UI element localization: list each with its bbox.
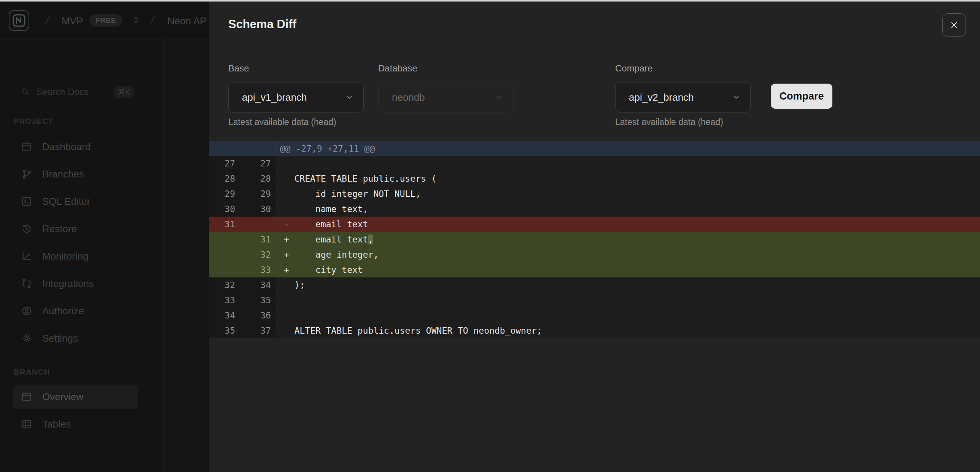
diff-lines: 2727 2828 CREATE TABLE public.users (292… — [209, 156, 980, 338]
dashboard-icon — [21, 141, 32, 152]
sidebar-item-branches[interactable]: Branches — [13, 162, 138, 186]
base-label: Base — [228, 63, 249, 74]
new-line-number: 34 — [238, 277, 277, 293]
new-line-number: 31 — [238, 232, 277, 247]
authorize-icon — [21, 305, 32, 317]
inline-diff-highlight: , — [368, 234, 374, 244]
sidebar-item-label: Restore — [42, 223, 77, 235]
sidebar-item-sql-editor[interactable]: SQL Editor — [13, 189, 138, 214]
chevron-down-icon — [732, 93, 740, 101]
diff-line: 2929 id integer NOT NULL, — [209, 186, 980, 201]
monitoring-icon — [21, 250, 32, 262]
new-line-number: 35 — [238, 293, 277, 308]
diff-line: 2727 — [209, 156, 980, 171]
database-select[interactable]: neondb — [378, 82, 514, 112]
sidebar-item-authorize[interactable]: Authorize — [13, 299, 138, 323]
sidebar-item-monitoring[interactable]: Monitoring — [13, 244, 138, 268]
compare-branch-value: api_v2_branch — [629, 92, 732, 103]
diff-line-code: CREATE TABLE public.users ( — [277, 171, 980, 186]
diff-line: 3234 ); — [209, 277, 980, 293]
diff-hunk-header: @@ -27,9 +27,11 @@ — [209, 141, 980, 156]
restore-icon — [21, 223, 32, 234]
base-branch-select[interactable]: api_v1_branch — [228, 82, 364, 112]
new-line-number: 32 — [238, 247, 277, 262]
database-value: neondb — [392, 92, 495, 103]
sidebar-item-settings[interactable]: Settings — [13, 326, 138, 350]
breadcrumb-project[interactable]: Neon AP — [167, 15, 207, 27]
sidebar-item-label: Settings — [42, 333, 78, 344]
compare-label: Compare — [615, 63, 653, 74]
breadcrumb-separator: / — [149, 13, 156, 28]
diff-line: 3537 ALTER TABLE public.users OWNER TO n… — [209, 323, 980, 338]
plan-badge: FREE — [89, 14, 122, 27]
schema-diff-modal: Schema Diff Base Database Compare api_v1… — [209, 2, 980, 472]
breadcrumb-separator: / — [44, 13, 51, 28]
sidebar-item-dashboard[interactable]: Dashboard — [13, 135, 138, 159]
sidebar-item-label: Monitoring — [42, 250, 88, 262]
diff-line-code: id integer NOT NULL, — [277, 186, 980, 201]
new-line-number — [238, 217, 277, 232]
new-line-number: 28 — [238, 171, 277, 186]
diff-line: 3335 — [209, 293, 980, 308]
old-line-number: 32 — [209, 277, 238, 293]
new-line-number: 30 — [238, 201, 277, 217]
sidebar-item-overview[interactable]: Overview — [13, 385, 138, 409]
compare-button[interactable]: Compare — [771, 84, 832, 109]
diff-line-code: name text, — [277, 201, 980, 217]
old-line-number — [209, 262, 238, 277]
section-label-branch: BRANCH — [14, 368, 50, 377]
sidebar-item-tables[interactable]: Tables — [13, 412, 138, 436]
old-line-number: 28 — [209, 171, 238, 186]
branches-icon — [21, 168, 32, 180]
diff-line: 31- email text — [209, 217, 980, 232]
new-line-number: 27 — [238, 156, 277, 171]
sidebar-item-integrations[interactable]: Integrations — [13, 271, 138, 296]
diff-line-code: - email text — [277, 217, 980, 232]
chevron-down-icon — [495, 93, 503, 101]
tables-icon — [21, 418, 32, 430]
old-line-number — [209, 232, 238, 247]
old-line-number: 34 — [209, 308, 238, 323]
neon-console-page: / MVP FREE / Neon AP Search Docs ⌘K PROJ… — [0, 0, 980, 472]
search-icon — [21, 87, 31, 97]
diff-line: 3436 — [209, 308, 980, 323]
database-label: Database — [378, 63, 417, 74]
chevron-down-icon — [345, 93, 353, 101]
hunk-header-text: @@ -27,9 +27,11 @@ — [277, 141, 980, 156]
diff-line-code — [277, 293, 980, 308]
diff-line-code: + email text, — [277, 232, 980, 247]
sidebar-item-label: Overview — [42, 391, 83, 403]
top-edge-line — [0, 0, 980, 2]
old-line-number: 30 — [209, 201, 238, 217]
new-line-number: 33 — [238, 262, 277, 277]
diff-line: 31+ email text, — [209, 232, 980, 247]
neon-logo[interactable] — [9, 10, 29, 31]
diff-line-code — [277, 156, 980, 171]
diff-line-code — [277, 308, 980, 323]
diff-line: 2828 CREATE TABLE public.users ( — [209, 171, 980, 186]
dimmed-app-background: / MVP FREE / Neon AP Search Docs ⌘K PROJ… — [0, 0, 209, 472]
keyboard-shortcut-badge: ⌘K — [114, 86, 134, 98]
search-placeholder: Search Docs — [36, 87, 114, 97]
compare-branch-select[interactable]: api_v2_branch — [615, 82, 751, 112]
modal-title: Schema Diff — [228, 17, 296, 31]
sidebar-item-label: Integrations — [42, 278, 94, 290]
old-line-number: 29 — [209, 186, 238, 201]
search-docs-input[interactable]: Search Docs ⌘K — [14, 82, 139, 102]
diff-line: 3030 name text, — [209, 201, 980, 217]
close-button[interactable] — [942, 13, 966, 37]
sql-editor-icon — [21, 196, 32, 207]
sidebar-item-label: Dashboard — [42, 141, 91, 153]
old-line-number: 27 — [209, 156, 238, 171]
sidebar-item-label: SQL Editor — [42, 196, 90, 207]
chevron-updown-icon[interactable] — [131, 15, 141, 25]
base-branch-value: api_v1_branch — [242, 92, 345, 103]
new-line-number: 37 — [238, 323, 277, 338]
old-line-number: 35 — [209, 323, 238, 338]
diff-line-code: + city text — [277, 262, 980, 277]
new-line-number: 36 — [238, 308, 277, 323]
close-icon — [949, 20, 959, 30]
sidebar: Search Docs ⌘K PROJECTDashboardBranchesS… — [0, 40, 164, 472]
sidebar-item-restore[interactable]: Restore — [13, 217, 138, 241]
breadcrumb-org[interactable]: MVP — [62, 15, 83, 27]
